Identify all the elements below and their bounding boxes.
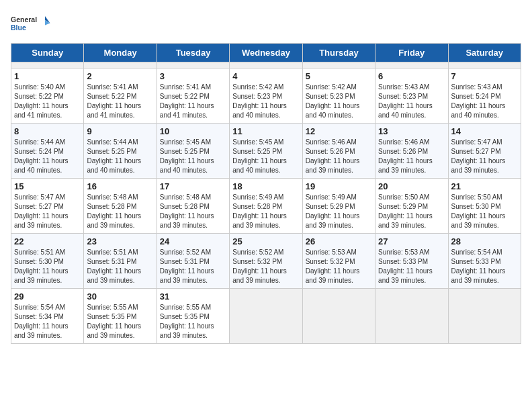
day-header-wednesday: Wednesday [230,44,302,62]
day-cell [230,289,302,344]
day-number: 28 [451,236,518,246]
day-cell: 10Sunrise: 5:45 AMSunset: 5:25 PMDayligh… [157,124,229,179]
day-number: 15 [14,181,81,191]
calendar-body: 1Sunrise: 5:40 AMSunset: 5:22 PMDaylight… [11,62,521,344]
day-header-thursday: Thursday [302,44,375,62]
svg-text:General: General [11,15,37,24]
day-number: 6 [378,71,445,81]
day-info: Sunrise: 5:48 AMSunset: 5:28 PMDaylight:… [160,193,226,230]
day-cell [230,62,302,68]
day-info: Sunrise: 5:49 AMSunset: 5:29 PMDaylight:… [306,193,372,230]
day-cell: 18Sunrise: 5:49 AMSunset: 5:28 PMDayligh… [230,179,302,234]
day-number: 25 [232,236,299,246]
day-cell [375,289,448,344]
day-info: Sunrise: 5:50 AMSunset: 5:29 PMDaylight:… [378,193,445,230]
header: General Blue [11,11,521,38]
svg-text:Blue: Blue [11,24,26,32]
day-cell: 7Sunrise: 5:43 AMSunset: 5:24 PMDaylight… [448,68,521,124]
day-number: 21 [451,181,518,191]
day-cell: 19Sunrise: 5:49 AMSunset: 5:29 PMDayligh… [302,179,375,234]
day-number: 31 [160,291,226,302]
day-number: 2 [87,71,153,81]
day-info: Sunrise: 5:44 AMSunset: 5:24 PMDaylight:… [14,138,81,175]
day-number: 19 [306,181,372,191]
day-info: Sunrise: 5:55 AMSunset: 5:35 PMDaylight:… [87,303,153,340]
day-info: Sunrise: 5:47 AMSunset: 5:27 PMDaylight:… [451,138,518,175]
day-cell: 15Sunrise: 5:47 AMSunset: 5:27 PMDayligh… [11,179,84,234]
day-info: Sunrise: 5:54 AMSunset: 5:34 PMDaylight:… [14,303,81,340]
day-number: 8 [14,126,81,136]
day-info: Sunrise: 5:45 AMSunset: 5:25 PMDaylight:… [160,138,226,175]
day-cell: 1Sunrise: 5:40 AMSunset: 5:22 PMDaylight… [11,68,84,124]
day-info: Sunrise: 5:45 AMSunset: 5:25 PMDaylight:… [232,138,299,175]
day-header-saturday: Saturday [448,44,521,62]
day-number: 22 [14,236,81,246]
day-cell [375,62,448,68]
day-header-monday: Monday [84,44,157,62]
day-cell: 16Sunrise: 5:48 AMSunset: 5:28 PMDayligh… [84,179,157,234]
day-info: Sunrise: 5:51 AMSunset: 5:31 PMDaylight:… [87,248,153,285]
day-info: Sunrise: 5:46 AMSunset: 5:26 PMDaylight:… [306,138,372,175]
day-cell: 28Sunrise: 5:54 AMSunset: 5:33 PMDayligh… [448,234,521,289]
day-number: 16 [87,181,153,191]
day-number: 1 [14,71,81,81]
day-info: Sunrise: 5:55 AMSunset: 5:35 PMDaylight:… [160,303,226,340]
day-info: Sunrise: 5:40 AMSunset: 5:22 PMDaylight:… [14,83,81,120]
calendar-header: SundayMondayTuesdayWednesdayThursdayFrid… [11,44,521,62]
day-cell: 21Sunrise: 5:50 AMSunset: 5:30 PMDayligh… [448,179,521,234]
day-info: Sunrise: 5:52 AMSunset: 5:31 PMDaylight:… [160,248,226,285]
day-info: Sunrise: 5:52 AMSunset: 5:32 PMDaylight:… [232,248,299,285]
day-number: 12 [306,126,372,136]
day-cell [11,62,84,68]
day-info: Sunrise: 5:41 AMSunset: 5:22 PMDaylight:… [87,83,153,120]
day-cell [302,62,375,68]
day-number: 23 [87,236,153,246]
day-cell: 22Sunrise: 5:51 AMSunset: 5:30 PMDayligh… [11,234,84,289]
day-info: Sunrise: 5:53 AMSunset: 5:32 PMDaylight:… [306,248,372,285]
day-cell: 14Sunrise: 5:47 AMSunset: 5:27 PMDayligh… [448,124,521,179]
day-number: 29 [14,291,81,302]
day-cell: 20Sunrise: 5:50 AMSunset: 5:29 PMDayligh… [375,179,448,234]
day-number: 17 [160,181,226,191]
day-info: Sunrise: 5:53 AMSunset: 5:33 PMDaylight:… [378,248,445,285]
day-number: 14 [451,126,518,136]
day-cell: 8Sunrise: 5:44 AMSunset: 5:24 PMDaylight… [11,124,84,179]
day-number: 9 [87,126,153,136]
day-info: Sunrise: 5:44 AMSunset: 5:25 PMDaylight:… [87,138,153,175]
day-number: 20 [378,181,445,191]
day-info: Sunrise: 5:49 AMSunset: 5:28 PMDaylight:… [232,193,299,230]
day-cell [157,62,229,68]
day-info: Sunrise: 5:48 AMSunset: 5:28 PMDaylight:… [87,193,153,230]
day-cell: 31Sunrise: 5:55 AMSunset: 5:35 PMDayligh… [157,289,229,344]
day-number: 18 [232,181,299,191]
day-cell: 25Sunrise: 5:52 AMSunset: 5:32 PMDayligh… [230,234,302,289]
week-row-0 [11,62,521,68]
day-info: Sunrise: 5:41 AMSunset: 5:22 PMDaylight:… [160,83,226,120]
day-header-tuesday: Tuesday [157,44,229,62]
day-number: 26 [306,236,372,246]
day-cell [302,289,375,344]
day-info: Sunrise: 5:42 AMSunset: 5:23 PMDaylight:… [232,83,299,120]
day-cell: 4Sunrise: 5:42 AMSunset: 5:23 PMDaylight… [230,68,302,124]
day-cell [448,62,521,68]
day-cell: 29Sunrise: 5:54 AMSunset: 5:34 PMDayligh… [11,289,84,344]
day-cell: 6Sunrise: 5:43 AMSunset: 5:23 PMDaylight… [375,68,448,124]
day-header-friday: Friday [375,44,448,62]
day-cell: 26Sunrise: 5:53 AMSunset: 5:32 PMDayligh… [302,234,375,289]
day-cell: 27Sunrise: 5:53 AMSunset: 5:33 PMDayligh… [375,234,448,289]
day-info: Sunrise: 5:46 AMSunset: 5:26 PMDaylight:… [378,138,445,175]
day-cell: 5Sunrise: 5:42 AMSunset: 5:23 PMDaylight… [302,68,375,124]
week-row-4: 22Sunrise: 5:51 AMSunset: 5:30 PMDayligh… [11,234,521,289]
logo-svg: General Blue [11,11,51,38]
day-number: 27 [378,236,445,246]
day-info: Sunrise: 5:43 AMSunset: 5:23 PMDaylight:… [378,83,445,120]
day-cell: 3Sunrise: 5:41 AMSunset: 5:22 PMDaylight… [157,68,229,124]
day-number: 7 [451,71,518,81]
day-info: Sunrise: 5:51 AMSunset: 5:30 PMDaylight:… [14,248,81,285]
calendar: SundayMondayTuesdayWednesdayThursdayFrid… [11,43,521,344]
day-info: Sunrise: 5:47 AMSunset: 5:27 PMDaylight:… [14,193,81,230]
day-cell: 30Sunrise: 5:55 AMSunset: 5:35 PMDayligh… [84,289,157,344]
day-cell: 13Sunrise: 5:46 AMSunset: 5:26 PMDayligh… [375,124,448,179]
day-number: 24 [160,236,226,246]
day-cell [448,289,521,344]
